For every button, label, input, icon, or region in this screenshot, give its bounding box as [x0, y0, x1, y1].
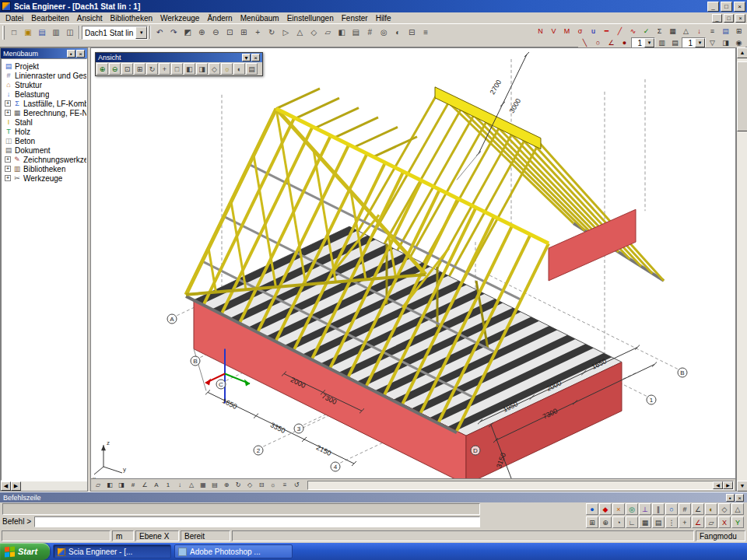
coord-polar-icon[interactable]: ◔ — [612, 516, 625, 528]
ansicht-toolbar-titlebar[interactable]: Ansicht ▾× — [96, 53, 262, 62]
wireframe-icon[interactable]: ▱ — [321, 26, 335, 39]
vt-view-side-icon[interactable]: ◨ — [196, 63, 208, 75]
menu-item[interactable]: Ändern — [203, 13, 236, 23]
view-x-icon[interactable]: ▷ — [279, 26, 293, 39]
stress-icon[interactable]: σ — [573, 26, 587, 37]
new-file-icon[interactable]: □ — [7, 26, 21, 39]
mesh-icon[interactable]: ▦ — [666, 26, 679, 37]
clipping-icon[interactable]: ⊟ — [405, 26, 419, 39]
shaded-icon[interactable]: ◧ — [335, 26, 349, 39]
command-panel-titlebar[interactable]: Befehlszeile ▪× — [0, 492, 747, 502]
menu-item[interactable]: Datei — [2, 13, 27, 23]
sidebar-tree-item[interactable]: + Σ Lastfälle, LF-Kombination — [2, 99, 86, 108]
tree-expander-icon[interactable]: + — [5, 175, 11, 181]
snap-off-icon[interactable]: △ — [731, 503, 744, 515]
viewport-horizontal-scrollbar[interactable]: ◀ ▶ — [307, 481, 734, 490]
tree-expander-icon[interactable]: + — [5, 166, 11, 172]
menubaum-close-icon[interactable]: × — [76, 50, 85, 58]
zoom-in-icon[interactable]: ⊕ — [195, 26, 209, 39]
ansicht-close-icon[interactable]: × — [251, 54, 260, 61]
vb-refresh-icon[interactable]: ↺ — [291, 480, 302, 490]
sidebar-tree-item[interactable]: ↓ Belastung — [2, 89, 86, 99]
menu-item[interactable]: Fenster — [338, 13, 372, 23]
menubaum-pin-icon[interactable]: ▪ — [67, 50, 75, 58]
result-v-icon[interactable]: V — [547, 26, 560, 37]
sidebar-tree-item[interactable]: ⌂ Struktur — [2, 80, 86, 89]
view-z-icon[interactable]: ◇ — [307, 26, 321, 39]
draw-circle-icon[interactable]: ○ — [591, 37, 605, 48]
restore-button[interactable]: □ — [721, 2, 732, 12]
cmd-pin-icon[interactable]: ▪ — [726, 494, 735, 502]
preview-icon[interactable]: ◫ — [63, 26, 77, 39]
diagonal-line-icon[interactable]: ╱ — [613, 26, 626, 37]
vt-axonometry-icon[interactable]: ◇ — [209, 63, 220, 75]
snap-parallel-icon[interactable]: ∥ — [652, 503, 665, 515]
vt-view-front-icon[interactable]: ◧ — [184, 63, 195, 75]
vt-view-top-icon[interactable]: □ — [171, 63, 183, 75]
zoom-window-icon[interactable]: ⊡ — [223, 26, 237, 39]
menu-item[interactable]: Ansicht — [73, 13, 107, 23]
tree-expander-icon[interactable]: + — [5, 110, 11, 116]
ansicht-menu-icon[interactable]: ▾ — [242, 54, 251, 61]
vb-light-icon[interactable]: ☼ — [268, 480, 279, 490]
vb-clip-icon[interactable]: ⊟ — [256, 480, 267, 490]
scroll-right-icon[interactable]: ▶ — [723, 481, 733, 489]
sidebar-horizontal-scrollbar[interactable]: ◀ ▶ — [1, 481, 87, 491]
sidebar-tree-item[interactable]: ◫ Beton — [2, 136, 86, 145]
vt-zoom-in-icon[interactable]: ⊕ — [96, 63, 108, 75]
moment-diagram-icon[interactable]: ∿ — [626, 26, 640, 37]
snap-grid-icon[interactable]: # — [679, 503, 691, 515]
snap-center-icon[interactable]: ◎ — [626, 503, 638, 515]
ansicht-toolbar[interactable]: Ansicht ▾× ⊕⊖⊡⊞↻+□◧◨◇☼◐▤ — [95, 52, 263, 76]
sidebar-tree-item[interactable]: # Linienraster und Gescho — [2, 71, 86, 80]
vt-pan-icon[interactable]: + — [159, 63, 170, 75]
menu-item[interactable]: Menübaum — [237, 13, 283, 23]
print-icon[interactable]: ▥ — [49, 26, 63, 39]
scroll-down-icon[interactable]: ▼ — [737, 481, 747, 492]
child-close-button[interactable]: × — [735, 14, 745, 23]
deformation-icon[interactable]: u — [587, 26, 600, 37]
scale-combo-2[interactable]: 1 ▾ — [682, 37, 706, 48]
tree-expander-icon[interactable]: + — [5, 100, 11, 107]
result-n-icon[interactable]: N — [534, 26, 547, 37]
coord-absolute-icon[interactable]: ⊞ — [586, 516, 598, 528]
taskbar-task-photoshop[interactable]: Adobe Photoshop ... — [174, 544, 293, 558]
chevron-down-icon[interactable]: ▾ — [644, 38, 654, 47]
dot-grid-icon[interactable]: ⋮ — [665, 516, 678, 528]
minimize-button[interactable]: _ — [707, 2, 719, 12]
child-restore-button[interactable]: □ — [724, 14, 734, 23]
activity-icon[interactable]: ◐ — [391, 26, 405, 39]
vb-shaded-icon[interactable]: ◧ — [104, 480, 115, 490]
table-icon[interactable]: ⊞ — [732, 26, 745, 37]
options-icon[interactable]: ≡ — [419, 26, 433, 39]
cursor-step-icon[interactable]: + — [679, 516, 691, 528]
draw-angle-icon[interactable]: ∠ — [605, 37, 618, 48]
vt-zoom-all-icon[interactable]: ⊞ — [134, 63, 146, 75]
vt-zoom-window-icon[interactable]: ⊡ — [121, 63, 133, 75]
taskbar-task-scia[interactable]: Scia Engineer - [... — [53, 544, 171, 558]
snap-endpoint-icon[interactable]: ● — [586, 503, 598, 515]
raster-icon[interactable]: ▦ — [639, 516, 651, 528]
vb-rotate-icon[interactable]: ↻ — [233, 480, 244, 490]
cmd-close-icon[interactable]: × — [735, 494, 744, 502]
sidebar-tree-item[interactable]: I Stahl — [2, 117, 86, 127]
vb-grid-icon[interactable]: # — [128, 480, 139, 490]
save-icon[interactable]: ▤ — [35, 26, 49, 39]
chevron-down-icon[interactable]: ▾ — [695, 38, 705, 47]
vt-rotate-icon[interactable]: ↻ — [146, 63, 158, 75]
menu-item[interactable]: Einstellungen — [283, 13, 338, 23]
start-button[interactable]: Start — [0, 543, 50, 560]
menu-item[interactable]: Bibliotheken — [107, 13, 156, 23]
vt-print-view-icon[interactable]: ▤ — [246, 63, 258, 75]
vb-perspective-icon[interactable]: ◇ — [244, 480, 255, 490]
layers-icon[interactable]: ▤ — [349, 26, 363, 39]
view-y-icon[interactable]: △ — [293, 26, 307, 39]
toolbar-grip[interactable] — [2, 26, 5, 40]
vb-layers-icon[interactable]: ▤ — [209, 480, 220, 490]
sidebar-tree-item[interactable]: + ▥ Bibliotheken — [2, 164, 86, 173]
vb-axes-icon[interactable]: ∠ — [139, 480, 150, 490]
snap-angle-icon[interactable]: ∠ — [692, 503, 704, 515]
snap-tangent-icon[interactable]: ◐ — [705, 503, 717, 515]
child-minimize-button[interactable]: _ — [712, 14, 722, 23]
vb-loads-icon[interactable]: ↓ — [174, 480, 185, 490]
